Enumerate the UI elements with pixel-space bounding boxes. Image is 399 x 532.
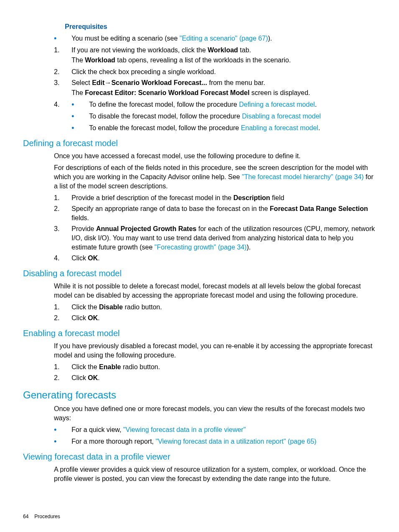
heading-defining: Defining a forecast model xyxy=(23,139,376,148)
enabling-s2: Click OK. xyxy=(54,373,376,383)
step-4-disable: To disable the forecast model, follow th… xyxy=(72,112,376,121)
link-defining[interactable]: Defining a forecast model xyxy=(239,101,315,108)
footer-section: Procedures xyxy=(34,514,60,519)
step-4-enable: To enable the forecast model, follow the… xyxy=(72,123,376,133)
gen-b2: For a more thorough report, "Viewing for… xyxy=(54,437,376,446)
link-util-report[interactable]: "Viewing forecast data in a utilization … xyxy=(156,438,317,445)
link-enabling[interactable]: Enabling a forecast model xyxy=(241,124,318,131)
step-1-sub: The Workload tab opens, revealing a list… xyxy=(72,56,376,65)
disabling-p1: While it is not possible to delete a for… xyxy=(54,282,376,300)
disabling-s2: Click OK. xyxy=(54,314,376,323)
link-forecasting-growth[interactable]: "Forecasting growth" (page 34) xyxy=(154,244,246,251)
defining-p2: For descriptions of each of the fields n… xyxy=(54,163,376,191)
gen-b1: For a quick view, "Viewing forecast data… xyxy=(54,425,376,434)
heading-disabling: Disabling a forecast model xyxy=(23,269,376,278)
heading-generating: Generating forecasts xyxy=(23,389,376,401)
step-3: Select Edit→Scenario Workload Forecast..… xyxy=(54,78,376,98)
link-editing-scenario[interactable]: "Editing a scenario" (page 67) xyxy=(179,35,268,42)
defining-s3: Provide Annual Projected Growth Rates fo… xyxy=(54,224,376,252)
link-disabling[interactable]: Disabling a forecast model xyxy=(242,113,321,120)
page-number: 64 xyxy=(23,514,28,519)
step-4-bullets: To define the forecast model, follow the… xyxy=(72,100,376,133)
viewing-p1: A profile viewer provides a quick view o… xyxy=(54,465,376,483)
defining-p1: Once you have accessed a forecast model,… xyxy=(54,152,376,161)
step-3-sub: The Forecast Editor: Scenario Workload F… xyxy=(72,88,376,98)
heading-viewing: Viewing forecast data in a profile viewe… xyxy=(23,452,376,462)
steps-main: If you are not viewing the workloads, cl… xyxy=(23,46,376,133)
disabling-steps: Click the Disable radio button. Click OK… xyxy=(23,303,376,323)
link-profile-viewer[interactable]: "Viewing forecast data in a profile view… xyxy=(123,426,246,433)
defining-s2: Specify an appropriate range of data to … xyxy=(54,204,376,223)
step-1: If you are not viewing the workloads, cl… xyxy=(54,46,376,65)
prereq-item: You must be editing a scenario (see "Edi… xyxy=(54,34,376,43)
defining-steps: Provide a brief description of the forec… xyxy=(23,193,376,263)
page: Prerequisites You must be editing a scen… xyxy=(0,0,399,532)
defining-s4: Click OK. xyxy=(54,254,376,263)
enabling-s1: Click the Enable radio button. xyxy=(54,362,376,372)
link-hierarchy[interactable]: "The forecast model hierarchy" (page 34) xyxy=(242,173,364,180)
prereq-list: You must be editing a scenario (see "Edi… xyxy=(23,34,376,43)
heading-enabling: Enabling a forecast model xyxy=(23,329,376,338)
disabling-s1: Click the Disable radio button. xyxy=(54,303,376,312)
step-4: To define the forecast model, follow the… xyxy=(54,100,376,133)
generating-p1: Once you have defined one or more foreca… xyxy=(54,404,376,423)
generating-bullets: For a quick view, "Viewing forecast data… xyxy=(23,425,376,446)
page-footer: 64Procedures xyxy=(23,514,60,519)
enabling-steps: Click the Enable radio button. Click OK. xyxy=(23,362,376,383)
defining-s1: Provide a brief description of the forec… xyxy=(54,193,376,203)
prerequisites-heading: Prerequisites xyxy=(65,23,376,31)
enabling-p1: If you have previously disabled a foreca… xyxy=(54,342,376,360)
step-4-define: To define the forecast model, follow the… xyxy=(72,100,376,109)
step-2: Click the check box preceding a single w… xyxy=(54,67,376,77)
